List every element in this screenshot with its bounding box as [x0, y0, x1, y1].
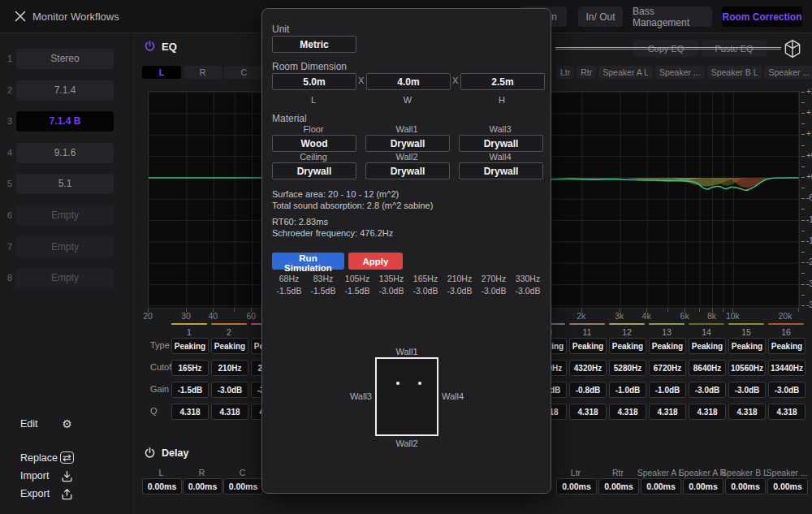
- channel-tab[interactable]: Speaker B L: [707, 66, 762, 79]
- band-number: 11: [569, 327, 605, 337]
- delay-value-field[interactable]: 0.00ms: [142, 478, 182, 495]
- room-correction-button[interactable]: Room Correction: [722, 6, 802, 27]
- run-simulation-button[interactable]: Run Simulation: [272, 253, 344, 270]
- band-type-field[interactable]: Peaking: [569, 338, 607, 354]
- band-type-field[interactable]: Peaking: [728, 338, 766, 354]
- dimension-field-h[interactable]: 2.5m: [460, 73, 545, 90]
- channel-tab[interactable]: Ltr: [556, 66, 574, 79]
- channel-tab[interactable]: Speaker ...: [764, 66, 812, 79]
- band-cutoff-field[interactable]: 13440Hz: [768, 360, 806, 376]
- import-action[interactable]: Import: [20, 470, 49, 485]
- material-select-wall1[interactable]: Drywall: [365, 135, 450, 152]
- apply-button[interactable]: Apply: [348, 253, 403, 270]
- material-select-wall2[interactable]: Drywall: [365, 162, 450, 179]
- delay-value-field[interactable]: 0.00ms: [725, 478, 766, 495]
- edit-action[interactable]: Edit: [20, 418, 38, 433]
- channel-tab-l[interactable]: L: [142, 66, 181, 79]
- band-gain-field[interactable]: -0.8dB: [569, 382, 607, 398]
- band-cutoff-field[interactable]: 6720Hz: [649, 360, 686, 376]
- dimension-field-l[interactable]: 5.0m: [272, 73, 356, 90]
- material-select-wall4[interactable]: Drywall: [459, 162, 543, 179]
- channel-tab[interactable]: Rtr: [577, 66, 596, 79]
- band-q-field[interactable]: 4.318: [728, 404, 766, 420]
- rt60-stat: RT60: 2.83ms: [272, 217, 328, 227]
- channel-tab[interactable]: Speaker A L: [598, 66, 653, 79]
- band-gain-field[interactable]: -1.5dB: [171, 382, 209, 398]
- workflow-slot-button[interactable]: 9.1.6: [16, 143, 114, 163]
- delay-value-field[interactable]: 0.00ms: [641, 478, 681, 495]
- band-type-field[interactable]: Peaking: [609, 338, 646, 354]
- band-gain-field[interactable]: -1.0dB: [609, 382, 646, 398]
- replace-icon[interactable]: ⇄: [60, 451, 74, 464]
- workflow-slot-button[interactable]: 7.1.4 B: [16, 111, 114, 132]
- material-select-wall3[interactable]: Drywall: [459, 135, 543, 152]
- material-select-floor[interactable]: Wood: [272, 135, 356, 152]
- band-cutoff-field[interactable]: 210Hz: [211, 360, 248, 376]
- band-color-indicator: [569, 323, 605, 325]
- export-action[interactable]: Export: [20, 488, 50, 503]
- bass-management-button[interactable]: Bass Management: [633, 6, 712, 27]
- band-type-field[interactable]: Peaking: [689, 338, 726, 354]
- workflow-slot-button[interactable]: 7.1.4: [16, 80, 114, 101]
- material-surface-label: Wall3: [489, 124, 511, 134]
- band-gain-field[interactable]: -3.0dB: [728, 382, 766, 398]
- gear-icon[interactable]: ⚙: [60, 417, 74, 431]
- in-out-button[interactable]: In/ Out: [578, 6, 623, 27]
- band-cutoff-field[interactable]: 5280Hz: [609, 360, 646, 376]
- band-gain-field[interactable]: -3.0dB: [211, 382, 248, 398]
- app-window: Monitor Workflows n In/ Out Bass Managem…: [0, 0, 812, 514]
- band-cutoff-field[interactable]: 10560Hz: [728, 360, 766, 376]
- channel-tab[interactable]: Speaker ...: [655, 66, 705, 79]
- delay-value-field[interactable]: 0.00ms: [683, 478, 723, 495]
- band-gain-field[interactable]: -1.0dB: [649, 382, 686, 398]
- import-icon[interactable]: [60, 469, 74, 483]
- dimension-field-w[interactable]: 4.0m: [366, 73, 451, 90]
- eq-section-title: EQ: [162, 41, 177, 53]
- wall2-label: Wall2: [375, 438, 438, 448]
- band-type-field[interactable]: Peaking: [768, 338, 806, 354]
- replace-action[interactable]: Replace: [20, 452, 58, 467]
- band-type-field[interactable]: Peaking: [171, 338, 209, 354]
- correction-frequency: 135Hz: [374, 274, 408, 283]
- material-select-ceiling[interactable]: Drywall: [272, 162, 356, 179]
- db-tick: [801, 220, 805, 221]
- band-q-field[interactable]: 4.318: [609, 404, 646, 420]
- band-q-field[interactable]: 4.318: [171, 404, 209, 420]
- 3d-cube-icon[interactable]: [781, 37, 804, 60]
- workflow-slot-button[interactable]: Empty: [16, 268, 114, 288]
- band-gain-field[interactable]: -3.0dB: [689, 382, 726, 398]
- workflow-slot-button[interactable]: Empty: [16, 237, 114, 257]
- band-q-field[interactable]: 4.318: [768, 404, 806, 420]
- delay-power-icon[interactable]: [144, 447, 156, 459]
- workflow-slot-button[interactable]: Empty: [16, 205, 114, 226]
- close-icon[interactable]: [14, 10, 27, 23]
- band-number: 12: [609, 327, 645, 337]
- db-tick: [801, 134, 805, 135]
- channel-tab-c[interactable]: C: [224, 66, 263, 79]
- schroeder-stat: Schroeder frequency: 476.2Hz: [272, 228, 393, 238]
- export-icon[interactable]: [60, 487, 74, 501]
- eq-power-icon[interactable]: [144, 40, 156, 52]
- band-cutoff-field[interactable]: 4320Hz: [569, 360, 607, 376]
- band-cutoff-field[interactable]: 8640Hz: [689, 360, 726, 376]
- workflow-slot-button[interactable]: 5.1: [16, 174, 114, 194]
- band-q-field[interactable]: 4.318: [689, 404, 726, 420]
- room-diagram: [375, 357, 438, 436]
- delay-value-field[interactable]: 0.00ms: [767, 478, 808, 495]
- unit-select[interactable]: Metric: [272, 36, 356, 53]
- workflow-slot-button[interactable]: Stereo: [16, 49, 114, 69]
- band-q-field[interactable]: 4.318: [649, 404, 686, 420]
- band-gain-field[interactable]: -3.0dB: [768, 382, 806, 398]
- delay-value-field[interactable]: 0.00ms: [223, 478, 263, 495]
- delay-value-field[interactable]: 0.00ms: [598, 478, 639, 495]
- band-type-field[interactable]: Peaking: [649, 338, 686, 354]
- band-q-field[interactable]: 4.318: [569, 404, 607, 420]
- delay-value-field[interactable]: 0.00ms: [556, 478, 597, 495]
- material-label: Material: [272, 113, 307, 124]
- band-cutoff-field[interactable]: 165Hz: [171, 360, 209, 376]
- delay-channel-label: C: [240, 468, 246, 477]
- band-type-field[interactable]: Peaking: [211, 338, 248, 354]
- band-q-field[interactable]: 4.318: [211, 404, 248, 420]
- channel-tab-r[interactable]: R: [184, 66, 222, 79]
- delay-value-field[interactable]: 0.00ms: [183, 478, 222, 495]
